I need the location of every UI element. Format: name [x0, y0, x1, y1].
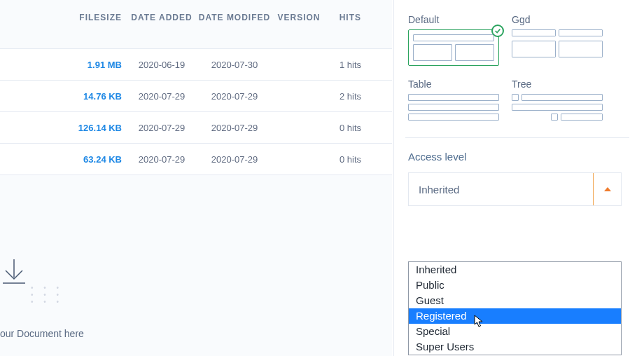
- table-row[interactable]: 63.24 KB 2020-07-29 2020-07-29 0 hits: [0, 143, 392, 175]
- layout-picker: Default Ggd Table: [408, 14, 644, 121]
- cell-date-added: 2020-07-29: [127, 154, 196, 165]
- cell-date-added: 2020-07-29: [127, 91, 196, 102]
- layout-option-tree[interactable]: Tree: [512, 78, 603, 121]
- decorative-dots: • • •• • •• • •: [31, 285, 63, 306]
- layout-label: Default: [408, 14, 499, 25]
- dropdown-item[interactable]: Guest: [409, 293, 621, 308]
- layout-option-table[interactable]: Table: [408, 78, 499, 121]
- layout-thumbnail: [408, 29, 499, 66]
- download-icon: [0, 256, 28, 285]
- select-value: Inherited: [419, 184, 459, 196]
- upload-dropzone[interactable]: • • •• • •• • • our Document here: [0, 244, 392, 356]
- table-row[interactable]: 126.14 KB 2020-07-29 2020-07-29 0 hits: [0, 111, 392, 144]
- cell-date-added: 2020-07-29: [127, 123, 196, 133]
- filesize-link[interactable]: 63.24 KB: [77, 154, 127, 165]
- col-filesize[interactable]: FILESIZE: [77, 13, 127, 22]
- col-date-added[interactable]: DATE ADDED: [127, 13, 196, 22]
- dropzone-text: our Document here: [0, 328, 84, 339]
- cell-hits: 2 hits: [325, 91, 361, 102]
- filesize-link[interactable]: 1.91 MB: [77, 60, 127, 70]
- layout-thumbnail: [512, 94, 603, 121]
- table-row[interactable]: 1.91 MB 2020-06-19 2020-07-30 1 hits: [0, 48, 392, 81]
- dropdown-item[interactable]: Registered: [409, 308, 621, 324]
- filesize-link[interactable]: 126.14 KB: [77, 123, 127, 133]
- dropdown-item[interactable]: Super Users: [409, 339, 621, 355]
- divider: [405, 137, 629, 138]
- layout-option-default[interactable]: Default: [408, 14, 499, 66]
- table-row[interactable]: 14.76 KB 2020-07-29 2020-07-29 2 hits: [0, 80, 392, 112]
- table-header-row: FILESIZE DATE ADDED DATE MODIFED VERSION…: [0, 0, 392, 35]
- layout-thumbnail: [512, 29, 603, 57]
- cell-date-modified: 2020-07-29: [196, 154, 273, 165]
- col-hits[interactable]: HITS: [325, 13, 361, 22]
- access-level-dropdown[interactable]: InheritedPublicGuestRegisteredSpecialSup…: [408, 261, 622, 355]
- layout-label: Tree: [512, 78, 603, 90]
- check-icon: [491, 25, 504, 37]
- filesize-link[interactable]: 14.76 KB: [77, 91, 127, 102]
- files-panel: FILESIZE DATE ADDED DATE MODIFED VERSION…: [0, 0, 392, 356]
- layout-label: Table: [408, 78, 499, 90]
- cell-date-added: 2020-06-19: [127, 60, 196, 70]
- access-level-label: Access level: [408, 151, 644, 163]
- cell-date-modified: 2020-07-30: [196, 60, 273, 70]
- col-date-modified[interactable]: DATE MODIFED: [196, 13, 273, 22]
- dropdown-item[interactable]: Special: [409, 324, 621, 339]
- layout-thumbnail: [408, 94, 499, 121]
- caret-up-icon[interactable]: [593, 173, 621, 205]
- settings-panel: Default Ggd Table: [393, 0, 644, 356]
- cell-hits: 0 hits: [325, 154, 361, 165]
- cell-hits: 1 hits: [325, 60, 361, 70]
- cell-hits: 0 hits: [325, 123, 361, 133]
- dropdown-item[interactable]: Inherited: [409, 262, 621, 278]
- dropdown-item[interactable]: Public: [409, 278, 621, 293]
- layout-label: Ggd: [512, 14, 603, 25]
- layout-option-ggd[interactable]: Ggd: [512, 14, 603, 66]
- cell-date-modified: 2020-07-29: [196, 123, 273, 133]
- cell-date-modified: 2020-07-29: [196, 91, 273, 102]
- access-level-select[interactable]: Inherited: [408, 172, 622, 206]
- col-version[interactable]: VERSION: [273, 13, 325, 22]
- files-table: FILESIZE DATE ADDED DATE MODIFED VERSION…: [0, 0, 392, 175]
